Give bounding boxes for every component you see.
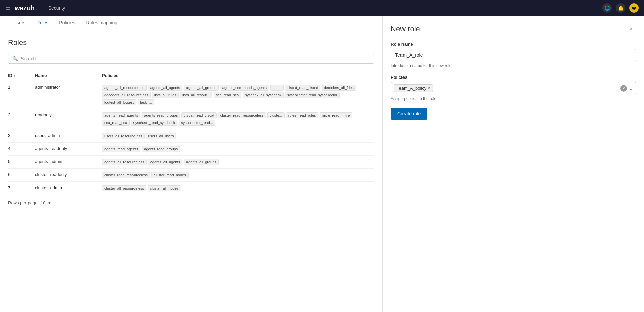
search-bar: 🔍 (8, 54, 374, 64)
page-title-top: Security (48, 5, 65, 11)
roles-table: ID ↑ Name Policies 1administratoragents_… (8, 70, 374, 195)
sort-icon: ↑ (14, 74, 16, 78)
pagination-bar: Rows per page: 10 ▼ (8, 195, 374, 211)
logo-dot: . (35, 4, 37, 12)
th-id: ID ↑ (8, 73, 35, 78)
table-row[interactable]: 3users_adminusers_all_resourcelessusers_… (8, 129, 374, 143)
policy-badge: lists_all_resour... (180, 92, 212, 98)
policy-badge: cluster_read_resourceless (102, 172, 150, 178)
policy-badge: users_all_resourceless (102, 133, 145, 139)
cell-id: 1 (8, 85, 35, 90)
cell-id: 5 (8, 159, 35, 164)
tab-policies[interactable]: Policies (54, 16, 80, 30)
policy-badge: syschek_all_syscheck (243, 92, 283, 98)
cell-id: 6 (8, 172, 35, 177)
policy-badge: sca_read_sca (102, 120, 130, 126)
wazuh-logo: wazuh . (15, 4, 37, 12)
policy-badge: sec... (270, 85, 284, 91)
topbar: ☰ wazuh . Security 🌐 🔔 W (0, 0, 644, 16)
table-row[interactable]: 2readonlyagents_read_agentsagents_read_g… (8, 109, 374, 129)
cell-policies: agents_all_resourcelessagents_all_agents… (102, 85, 374, 105)
globe-icon[interactable]: 🌐 (602, 3, 612, 13)
create-role-button[interactable]: Create role (391, 108, 427, 120)
cell-name: administrator (35, 85, 102, 90)
menu-icon[interactable]: ☰ (5, 4, 11, 12)
table-row[interactable]: 4agents_readonlyagents_read_agentsagents… (8, 143, 374, 156)
rows-per-page-value: 10 (41, 200, 45, 205)
user-avatar[interactable]: W (629, 3, 639, 13)
divider (43, 4, 43, 12)
policy-badge: cluster_all_nodes (148, 185, 181, 191)
tab-roles[interactable]: Roles (31, 16, 54, 30)
policies-hint: Assign policies to the role. (391, 96, 636, 101)
policy-badge: rules_read_rules (286, 112, 318, 118)
flyout-header: New role × (391, 24, 636, 34)
policy-badge: syscheck_read_syscheck (131, 120, 178, 126)
cell-policies: cluster_read_resourcelesscluster_read_no… (102, 172, 374, 178)
table-row[interactable]: 6cluster_readonlycluster_read_resourcele… (8, 169, 374, 182)
cell-name: cluster_admin (35, 185, 102, 190)
policy-badge: task_... (138, 99, 154, 105)
cell-id: 7 (8, 185, 35, 190)
policy-badge: agents_read_groups (142, 112, 180, 118)
main-layout: Users Roles Policies Roles mapping Roles… (0, 16, 644, 312)
policy-badge: agents_all_resourceless (102, 159, 147, 165)
policies-label: Policies (391, 75, 636, 80)
policy-badge: agents_read_agents (102, 146, 140, 152)
policy-badge: agents_all_groups (184, 85, 219, 91)
tabs-bar: Users Roles Policies Roles mapping (0, 16, 382, 30)
search-input[interactable] (21, 56, 370, 61)
flyout-panel: New role × Role name Introduce a name fo… (382, 16, 644, 312)
role-name-hint: Introduce a name for this new role. (391, 63, 636, 68)
policy-tag-remove[interactable]: × (428, 86, 430, 91)
cell-id: 2 (8, 112, 35, 117)
policy-badge: agents_commands_agents (220, 85, 269, 91)
policy-badge: agents_read_groups (142, 146, 180, 152)
policy-tag: Team_A_policy × (394, 84, 433, 92)
policy-select[interactable]: Team_A_policy × × ⌄ (391, 82, 636, 94)
policy-badge: agents_read_agents (102, 112, 140, 118)
bell-icon[interactable]: 🔔 (616, 3, 625, 13)
policy-badge: agents_all_groups (184, 159, 219, 165)
role-name-input[interactable] (391, 49, 636, 61)
policy-badge: ciscat_read_ciscat (181, 112, 217, 118)
role-name-label: Role name (391, 42, 636, 47)
flyout-title: New role (391, 24, 420, 33)
table-header: ID ↑ Name Policies (8, 70, 374, 81)
cell-name: users_admin (35, 133, 102, 138)
cell-id: 3 (8, 133, 35, 138)
chevron-down-icon[interactable]: ⌄ (629, 86, 633, 91)
chevron-down-icon: ▼ (48, 201, 52, 205)
th-name: Name (35, 73, 102, 78)
policy-badge: syscollector_read... (179, 120, 215, 126)
left-panel: Users Roles Policies Roles mapping Roles… (0, 16, 382, 312)
cell-id: 4 (8, 146, 35, 151)
table-row[interactable]: 1administratoragents_all_resourcelessage… (8, 81, 374, 109)
policy-badge: syscollector_read_syscollector (285, 92, 340, 98)
policy-badge: cluster_read_resourceless (218, 112, 266, 118)
policy-badge: mitre_read_mitre (320, 112, 352, 118)
policy-badge: decoders_all_files (322, 85, 356, 91)
policy-badge: cluster_all_resourceless (102, 185, 146, 191)
logo-text: wazuh (15, 4, 35, 12)
cell-name: cluster_readonly (35, 172, 102, 177)
policy-badge: agents_all_agents (148, 159, 182, 165)
content-area: Roles 🔍 ID ↑ Name Policies (0, 30, 382, 219)
rows-per-page-label: Rows per page: (8, 200, 39, 205)
tab-roles-mapping[interactable]: Roles mapping (81, 16, 123, 30)
table-row[interactable]: 7cluster_admincluster_all_resourcelesscl… (8, 182, 374, 195)
table-body: 1administratoragents_all_resourcelessage… (8, 81, 374, 195)
policy-badge: ciscat_read_ciscat (285, 85, 320, 91)
section-title: Roles (8, 38, 374, 47)
role-name-group: Role name Introduce a name for this new … (391, 42, 636, 68)
rows-per-page[interactable]: Rows per page: 10 ▼ (8, 200, 51, 205)
table-row[interactable]: 5agents_adminagents_all_resourcelessagen… (8, 156, 374, 169)
tab-users[interactable]: Users (8, 16, 31, 30)
cell-name: agents_admin (35, 159, 102, 164)
clear-all-button[interactable]: × (620, 85, 627, 92)
policy-badge: agents_all_agents (148, 85, 182, 91)
policy-badge: users_all_users (146, 133, 176, 139)
policies-group: Policies Team_A_policy × × ⌄ Assign poli… (391, 75, 636, 101)
search-icon: 🔍 (12, 56, 18, 61)
close-button[interactable]: × (627, 24, 636, 34)
